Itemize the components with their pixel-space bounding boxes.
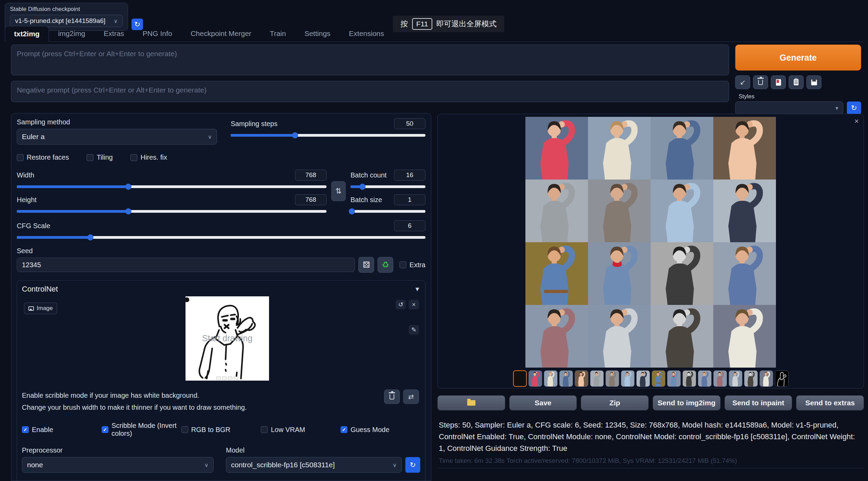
height-value[interactable]: 768: [295, 194, 327, 205]
result-image-3[interactable]: [651, 117, 713, 180]
canvas-toolbar[interactable]: [216, 377, 238, 380]
thumbnail-16[interactable]: [760, 370, 773, 387]
sampling-method-dropdown[interactable]: Euler a ∨: [17, 129, 217, 145]
result-image-11[interactable]: [651, 242, 713, 305]
result-image-14[interactable]: [588, 305, 651, 368]
toggle-tiling[interactable]: Tiling: [87, 153, 113, 161]
swap-dimensions-button[interactable]: ⇅: [331, 181, 346, 201]
cnet-option-low-vram[interactable]: Low VRAM: [261, 422, 341, 437]
toggle-hires-fix[interactable]: Hires. fix: [130, 153, 167, 161]
clipboard-button[interactable]: [789, 75, 804, 89]
result-image-1[interactable]: [525, 117, 588, 180]
random-seed-button[interactable]: ⚄: [358, 257, 374, 273]
result-image-9[interactable]: [525, 242, 588, 305]
tab-extras[interactable]: Extras: [94, 26, 133, 41]
thumbnail-9[interactable]: [652, 370, 665, 387]
extra-networks-card-button[interactable]: [771, 75, 786, 89]
thumbnail-3[interactable]: [559, 370, 573, 387]
result-image-8[interactable]: [713, 180, 776, 242]
thumbnail-7[interactable]: [621, 370, 635, 387]
tab-train[interactable]: Train: [260, 26, 295, 41]
result-image-4[interactable]: [713, 117, 776, 180]
collapse-arrow-icon[interactable]: ▼: [414, 286, 420, 293]
sampling-steps-value[interactable]: 50: [394, 118, 425, 129]
thumbnail-10[interactable]: [667, 370, 681, 387]
batch-size-value[interactable]: 1: [394, 194, 425, 205]
prompt-input[interactable]: [11, 45, 729, 75]
save-style-button[interactable]: [806, 75, 821, 89]
checkpoint-dropdown[interactable]: v1-5-pruned.ckpt [e1441589a6] ∨: [10, 15, 123, 27]
negative-prompt-input[interactable]: [11, 81, 729, 102]
extra-seed-checkbox[interactable]: Extra: [399, 261, 425, 269]
reuse-seed-button[interactable]: ♻: [378, 257, 393, 273]
chevron-down-icon: ∨: [393, 462, 397, 468]
batch-count-value[interactable]: 16: [394, 170, 425, 181]
width-value[interactable]: 768: [295, 170, 327, 181]
result-image-6[interactable]: [588, 180, 651, 242]
tab-settings[interactable]: Settings: [295, 26, 340, 41]
model-refresh-button[interactable]: ↻: [405, 457, 420, 473]
new-canvas-button[interactable]: [384, 390, 400, 404]
thumbnail-13[interactable]: [713, 370, 727, 387]
thumbnail-11[interactable]: [682, 370, 696, 387]
image-tab[interactable]: Image: [24, 303, 57, 314]
thumbnail-12[interactable]: [698, 370, 712, 387]
open-folder-button[interactable]: [437, 395, 505, 410]
webcam-mirror-button[interactable]: ⇄: [403, 390, 419, 404]
thumbnail-strip: [438, 370, 864, 387]
thumbnail-8[interactable]: [636, 370, 650, 387]
cfg-scale-slider[interactable]: [17, 236, 425, 239]
model-dropdown[interactable]: control_scribble-fp16 [c508311e] ∨: [226, 457, 402, 473]
result-image-13[interactable]: [525, 305, 588, 368]
thumbnail-6[interactable]: [605, 370, 619, 387]
styles-dropdown[interactable]: ▾: [735, 101, 843, 114]
brush-button[interactable]: ✎: [409, 325, 419, 335]
cnet-option-rgb-to-bgr[interactable]: RGB to BGR: [181, 422, 261, 437]
thumbnail-1[interactable]: [528, 370, 542, 387]
cnet-option-guess-mode[interactable]: ✓Guess Mode: [341, 422, 420, 437]
thumbnail-5[interactable]: [590, 370, 604, 387]
trash-button[interactable]: [753, 75, 768, 89]
thumbnail-grid-montage[interactable]: [513, 370, 527, 387]
clear-image-button[interactable]: ×: [409, 300, 419, 309]
sampling-steps-slider[interactable]: [231, 134, 425, 137]
thumbnail-4[interactable]: [575, 370, 588, 387]
gallery-close-button[interactable]: ×: [854, 117, 859, 126]
batch-size-slider[interactable]: [350, 210, 425, 213]
thumbnail-2[interactable]: [544, 370, 558, 387]
thumbnail-15[interactable]: [744, 370, 758, 387]
send-to-img2img-button[interactable]: Send to img2img: [653, 395, 720, 410]
tab-img2img[interactable]: img2img: [49, 26, 94, 41]
toggle-restore-faces[interactable]: Restore faces: [17, 153, 69, 161]
result-image-15[interactable]: [651, 305, 713, 368]
send-to-extras-button[interactable]: Send to extras: [796, 395, 864, 410]
tab-txt2img[interactable]: txt2img: [5, 26, 49, 42]
tab-extensions[interactable]: Extensions: [340, 26, 393, 41]
width-slider[interactable]: [17, 185, 327, 188]
result-image-16[interactable]: [713, 305, 776, 368]
thumbnail-scribble-map[interactable]: [775, 370, 789, 387]
thumbnail-14[interactable]: [729, 370, 742, 387]
result-image-2[interactable]: [588, 117, 651, 180]
result-image-5[interactable]: [525, 180, 588, 242]
batch-count-slider[interactable]: [350, 185, 425, 188]
generate-button[interactable]: Generate: [735, 45, 861, 71]
send-to-inpaint-button[interactable]: Send to inpaint: [725, 395, 792, 410]
cnet-option-enable[interactable]: ✓Enable: [22, 422, 102, 437]
result-image-12[interactable]: [713, 242, 776, 305]
styles-refresh-button[interactable]: ↻: [847, 101, 861, 114]
scribble-canvas[interactable]: Start drawing: [186, 296, 269, 381]
preprocessor-dropdown[interactable]: none ∨: [22, 457, 214, 473]
result-image-10[interactable]: [588, 242, 651, 305]
undo-button[interactable]: ↺: [396, 300, 406, 309]
tab-png-info[interactable]: PNG Info: [133, 26, 181, 41]
height-slider[interactable]: [17, 210, 327, 213]
paste-arrow-button[interactable]: ↙: [735, 75, 750, 89]
seed-input[interactable]: 12345: [17, 258, 355, 272]
tab-checkpoint-merger[interactable]: Checkpoint Merger: [181, 26, 260, 41]
cfg-scale-value[interactable]: 6: [394, 220, 425, 231]
result-image-7[interactable]: [651, 180, 713, 242]
zip-button[interactable]: Zip: [581, 395, 649, 410]
save-button[interactable]: Save: [509, 395, 577, 410]
cnet-option-scribble-mode-invert-colors-[interactable]: ✓Scribble Mode (Invert colors): [102, 422, 181, 437]
